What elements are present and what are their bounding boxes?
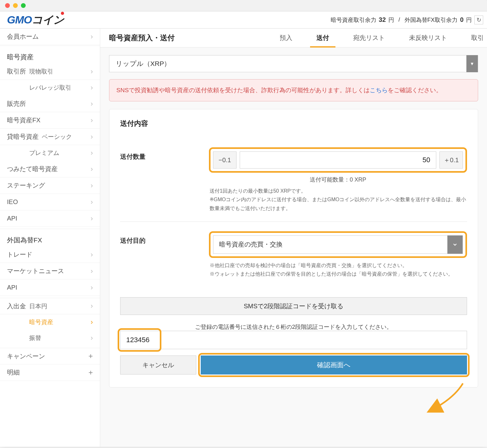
divider <box>120 221 467 222</box>
sidebar-ieo[interactable]: IEO › <box>0 194 100 210</box>
quantity-minus-button[interactable]: −0.1 <box>213 151 237 169</box>
sidebar-home[interactable]: 会員ホーム › <box>0 29 100 45</box>
app-header: GMOコイン 暗号資産取引余力 32 円 / 外国為替FX取引余力 0 円 ↻ <box>0 11 487 29</box>
tab-trade[interactable]: 取引 <box>459 29 487 47</box>
tab-pending-list[interactable]: 未反映リスト <box>397 29 459 47</box>
sidebar-campaign[interactable]: キャンペーン + <box>0 348 100 364</box>
main-content: 暗号資産預入・送付 預入 送付 宛先リスト 未反映リスト 取引 リップル（XRP… <box>100 29 487 447</box>
crypto-balance-label: 暗号資産取引余力 <box>331 16 376 24</box>
chevron-right-icon: › <box>91 116 93 125</box>
crypto-asset-selected: リップル（XRP） <box>116 59 171 68</box>
sidebar-exchange-spot[interactable]: 取引所現物取引 › <box>0 63 100 80</box>
sidebar-staking[interactable]: ステーキング › <box>0 177 100 194</box>
chevron-right-icon: › <box>91 267 93 275</box>
chevron-right-icon: › <box>91 182 93 190</box>
plus-icon: + <box>88 352 93 361</box>
sidebar-exchange-leverage[interactable]: レバレッジ取引 › <box>0 80 100 96</box>
chevron-right-icon: › <box>91 149 93 157</box>
auth-code-input[interactable] <box>120 331 467 349</box>
purpose-highlight: 暗号資産の売買・交換 <box>209 231 467 258</box>
quantity-plus-button[interactable]: ＋0.1 <box>439 151 463 169</box>
window-titlebar <box>0 0 487 11</box>
sidebar-cat-crypto: 暗号資産 <box>0 46 100 63</box>
fx-balance-value: 0 <box>460 16 464 23</box>
dropdown-icon: ▼ <box>466 55 478 72</box>
chevron-right-icon: › <box>91 284 93 292</box>
chevron-down-icon <box>447 235 463 254</box>
chevron-right-icon: › <box>91 302 93 310</box>
sidebar-lending-basic[interactable]: 貸暗号資産ベーシック › <box>0 129 100 145</box>
chevron-right-icon: › <box>91 214 93 223</box>
warning-link[interactable]: こちら <box>370 87 388 93</box>
chevron-right-icon: › <box>91 133 93 141</box>
send-form-panel: 送付内容 送付数量 −0.1 ＋0.1 送付可能数量：0 X <box>109 109 478 387</box>
sidebar-deposit-jpy[interactable]: 入出金日本円 › <box>0 298 100 314</box>
sidebar-detail[interactable]: 明細 + <box>0 364 100 381</box>
crypto-asset-select[interactable]: リップル（XRP） ▼ <box>109 55 478 72</box>
chevron-right-icon: › <box>91 165 93 173</box>
chevron-right-icon: › <box>91 67 93 76</box>
sidebar-api-crypto[interactable]: API › <box>0 210 100 227</box>
plus-icon: + <box>88 368 93 377</box>
available-quantity: 送付可能数量：0 XRP <box>209 176 467 183</box>
purpose-select[interactable]: 暗号資産の売買・交換 <box>213 235 463 254</box>
cancel-button[interactable]: キャンセル <box>120 355 196 374</box>
fx-balance-unit: 円 <box>466 16 472 24</box>
chevron-right-icon: › <box>91 318 93 326</box>
window-minimize-icon[interactable] <box>13 3 18 8</box>
sidebar: 会員ホーム › 暗号資産 取引所現物取引 › レバレッジ取引 › 販売所 › 暗… <box>0 29 100 447</box>
gmo-coin-logo[interactable]: GMOコイン <box>7 13 64 27</box>
sidebar-lending-premium[interactable]: プレミアム › <box>0 145 100 161</box>
sidebar-trade[interactable]: トレード › <box>0 246 100 263</box>
sidebar-deposit-crypto[interactable]: 暗号資産 › <box>0 314 100 330</box>
chevron-right-icon: › <box>91 334 93 342</box>
purpose-label: 送付目的 <box>120 231 209 245</box>
tab-send[interactable]: 送付 <box>304 29 341 47</box>
sidebar-home-label: 会員ホーム <box>7 32 39 41</box>
sidebar-crypto-fx[interactable]: 暗号資産FX › <box>0 112 100 129</box>
chevron-right-icon: › <box>91 33 93 41</box>
quantity-input[interactable] <box>240 151 436 169</box>
sidebar-cat-forex: 外国為替FX <box>0 229 100 246</box>
quantity-label: 送付数量 <box>120 147 209 161</box>
fx-balance-label: 外国為替FX取引余力 <box>405 16 458 24</box>
balance-separator: / <box>399 16 400 23</box>
chevron-right-icon: › <box>91 100 93 108</box>
confirm-button[interactable]: 確認画面へ <box>201 355 467 374</box>
window-maximize-icon[interactable] <box>21 3 26 8</box>
chevron-right-icon: › <box>91 84 93 92</box>
crypto-balance-value: 32 <box>379 16 386 23</box>
sidebar-cat-crypto-label: 暗号資産 <box>7 53 34 61</box>
sidebar-sales[interactable]: 販売所 › <box>0 96 100 112</box>
sidebar-tsumitate[interactable]: つみたて暗号資産 › <box>0 161 100 177</box>
refresh-button[interactable]: ↻ <box>474 16 483 24</box>
sidebar-api-forex[interactable]: API › <box>0 279 100 296</box>
tab-address-list[interactable]: 宛先リスト <box>341 29 397 47</box>
window-close-icon[interactable] <box>5 3 10 8</box>
panel-title: 送付内容 <box>120 119 467 128</box>
sidebar-market-news[interactable]: マーケットニュース › <box>0 263 100 279</box>
fraud-warning: SNSで投資勧誘や暗号資産の送付依頼を受けた場合、詐欺行為の可能性があります。詳… <box>109 79 478 101</box>
purpose-help: ※他社口座での売却を検討中の場合は「暗号資産の売買・交換」を選択してください。 … <box>209 261 467 278</box>
request-sms-code-button[interactable]: SMSで2段階認証コードを受け取る <box>120 297 467 315</box>
chevron-right-icon: › <box>91 198 93 206</box>
quantity-help: 送付1回あたりの最小数量は50 XRPです。 ※GMOコイン内のアドレスに送付す… <box>209 187 467 213</box>
sidebar-transfer[interactable]: 振替 › <box>0 330 100 346</box>
tab-deposit[interactable]: 預入 <box>268 29 304 47</box>
crypto-balance-unit: 円 <box>388 16 394 24</box>
purpose-selected: 暗号資産の売買・交換 <box>213 240 282 249</box>
chevron-right-icon: › <box>91 251 93 259</box>
auth-instruction: ご登録の電話番号に送信された６桁の2段階認証コードを入力してください。 <box>120 323 467 331</box>
page-title: 暗号資産預入・送付 <box>109 33 175 43</box>
quantity-highlight: −0.1 ＋0.1 <box>209 147 467 173</box>
